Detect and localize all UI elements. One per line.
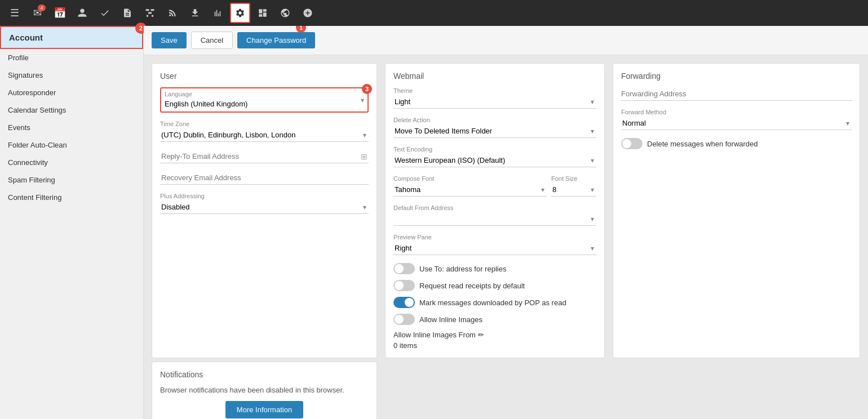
notifications-message: Browser notifications have been disabled… [160, 386, 369, 394]
action-bar: 1 Save Cancel Change Password [144, 26, 868, 55]
inline-images-from-section: Allow Inline Images From ✏ 0 items [393, 331, 596, 350]
forward-method-select[interactable]: Normal Copy [621, 117, 852, 130]
preview-pane-group: Preview Pane Right Bottom Off ▾ [393, 234, 596, 255]
theme-group: Theme Light Dark ▾ [393, 87, 596, 109]
plus-addressing-select-wrapper: Disabled Enabled ▾ [160, 200, 369, 214]
org-icon[interactable] [140, 3, 160, 23]
download-icon[interactable] [185, 3, 205, 23]
font-size-label: Font Size [551, 175, 596, 182]
language-label: Language [165, 91, 364, 97]
sidebar-item-calendar-settings[interactable]: Calendar Settings [0, 101, 143, 119]
timezone-group: Time Zone (UTC) Dublin, Edinburgh, Lisbo… [160, 121, 369, 142]
delete-action-select-wrapper: Move To Deleted Items Folder ▾ [393, 124, 596, 138]
text-encoding-group: Text Encoding Western European (ISO) (De… [393, 146, 596, 167]
delete-action-label: Delete Action [393, 117, 596, 123]
preview-pane-label: Preview Pane [393, 234, 596, 240]
sidebar-item-connectivity[interactable]: Connectivity [0, 154, 143, 171]
forward-method-label: Forward Method [621, 109, 852, 115]
sidebar-item-autoresponder[interactable]: Autoresponder [0, 84, 143, 101]
change-password-button[interactable]: Change Password [237, 32, 315, 48]
menu-icon[interactable]: ☰ [5, 3, 25, 23]
timezone-select[interactable]: (UTC) Dublin, Edinburgh, Lisbon, London [160, 128, 369, 141]
text-encoding-label: Text Encoding [393, 146, 596, 153]
rss-icon[interactable] [162, 3, 183, 23]
reply-to-input[interactable] [160, 150, 369, 163]
main-layout: Account 2 Profile Signatures Autorespond… [0, 26, 868, 419]
toolbar: ☰ ✉ 4 📅 [0, 0, 868, 26]
compose-font-row: Compose Font Tahoma Arial ▾ Font Size [393, 175, 596, 204]
sidebar-item-spam-filtering[interactable]: Spam Filtering [0, 171, 143, 189]
forwarding-card-title: Forwarding [621, 72, 852, 81]
text-encoding-select-wrapper: Western European (ISO) (Default) ▾ [393, 154, 596, 167]
webmail-card: Webmail Theme Light Dark ▾ Delete Action [385, 63, 605, 358]
cards-area: User Language English (United Kingdom) E… [144, 55, 868, 366]
forward-method-select-wrapper: Normal Copy ▾ [621, 117, 852, 130]
forwarding-address-group [621, 87, 852, 101]
theme-select-wrapper: Light Dark ▾ [393, 95, 596, 109]
svg-point-0 [169, 15, 171, 16]
use-to-toggle-row: Use To: address for replies [393, 263, 596, 274]
save-button[interactable]: Save [152, 32, 187, 48]
edit-icon[interactable]: ✏ [478, 331, 484, 339]
inline-images-toggle-row: Allow Inline Images [393, 314, 596, 325]
mark-pop-toggle-row: Mark messages downloaded by POP as read [393, 297, 596, 308]
inline-images-toggle[interactable] [393, 314, 415, 325]
default-from-group: Default From Address ▾ [393, 204, 596, 226]
sidebar-item-events[interactable]: Events [0, 119, 143, 136]
forwarding-address-input[interactable] [621, 87, 852, 101]
compose-font-select[interactable]: Tahoma Arial [393, 183, 547, 196]
read-receipts-toggle[interactable] [393, 280, 415, 291]
sidebar: Account 2 Profile Signatures Autorespond… [0, 26, 144, 419]
notifications-card-title: Notifications [160, 370, 369, 379]
more-info-button[interactable]: More Information [225, 401, 303, 418]
content-area: 1 Save Cancel Change Password User Langu… [144, 26, 868, 419]
preview-pane-select-wrapper: Right Bottom Off ▾ [393, 242, 596, 255]
reports-icon[interactable] [207, 3, 228, 23]
sidebar-header-account[interactable]: Account 2 [0, 26, 143, 49]
mail-icon[interactable]: ✉ 4 [27, 3, 47, 23]
forward-method-group: Forward Method Normal Copy ▾ [621, 109, 852, 130]
dashboard-icon[interactable] [253, 3, 273, 23]
compose-font-select-wrapper: Tahoma Arial ▾ [393, 183, 547, 197]
sidebar-item-folder-auto-clean[interactable]: Folder Auto-Clean [0, 136, 143, 154]
delete-forwarded-toggle[interactable] [621, 138, 643, 149]
theme-label: Theme [393, 87, 596, 94]
default-from-select[interactable] [393, 212, 596, 225]
mark-pop-toggle[interactable] [393, 297, 415, 308]
recovery-email-input[interactable] [160, 171, 369, 185]
inline-images-items: 0 items [393, 341, 596, 350]
sidebar-item-content-filtering[interactable]: Content Filtering [0, 189, 143, 206]
timezone-label: Time Zone [160, 121, 369, 127]
tasks-icon[interactable] [95, 3, 115, 23]
contacts-icon[interactable] [72, 3, 92, 23]
notes-icon[interactable] [117, 3, 138, 23]
theme-select[interactable]: Light Dark [393, 95, 596, 108]
sidebar-item-signatures[interactable]: Signatures [0, 66, 143, 84]
inline-images-from-row: Allow Inline Images From ✏ [393, 331, 596, 339]
delete-action-group: Delete Action Move To Deleted Items Fold… [393, 117, 596, 138]
plus-addressing-group: Plus Addressing Disabled Enabled ▾ [160, 193, 369, 214]
add-icon[interactable] [298, 3, 318, 23]
font-size-select-wrapper: 8 9 10 12 ▾ [551, 183, 596, 197]
font-size-group: Font Size 8 9 10 12 ▾ [551, 175, 596, 197]
plus-addressing-select[interactable]: Disabled Enabled [160, 200, 369, 213]
cancel-button[interactable]: Cancel [191, 32, 233, 49]
settings-icon[interactable] [230, 3, 250, 23]
font-size-select[interactable]: 8 9 10 12 [551, 183, 596, 196]
use-to-toggle[interactable] [393, 263, 415, 274]
plus-addressing-label: Plus Addressing [160, 193, 369, 199]
preview-pane-select[interactable]: Right Bottom Off [393, 242, 596, 255]
webmail-card-title: Webmail [393, 72, 596, 81]
mark-pop-label: Mark messages downloaded by POP as read [419, 298, 566, 307]
user-card-title: User [160, 72, 369, 81]
read-receipts-label: Request read receipts by default [419, 282, 525, 290]
notifications-card: Notifications Browser notifications have… [152, 362, 377, 419]
reply-to-icon: ⊞ [361, 152, 367, 161]
calendar-icon[interactable]: 📅 [50, 3, 70, 23]
language-select[interactable]: English (United Kingdom) English (United… [165, 99, 364, 109]
sidebar-item-profile[interactable]: Profile [0, 49, 143, 66]
text-encoding-select[interactable]: Western European (ISO) (Default) [393, 154, 596, 167]
globe-icon[interactable] [275, 3, 295, 23]
inline-images-from-label: Allow Inline Images From [393, 331, 476, 339]
delete-action-select[interactable]: Move To Deleted Items Folder [393, 124, 596, 137]
